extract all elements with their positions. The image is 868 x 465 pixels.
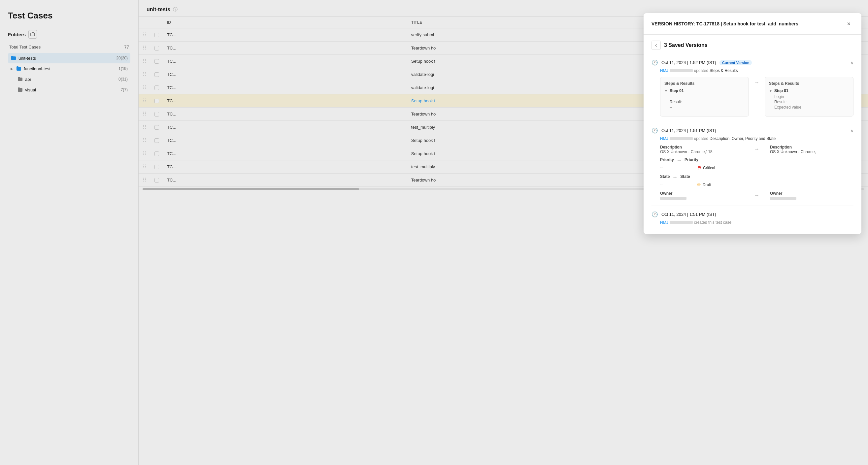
owner-label-right: Owner [770,191,854,196]
author-name-2: NMJ [660,136,668,141]
version-entry-2: 🕐 Oct 11, 2024 | 1:51 PM (IST) ∧ NMJ upd… [651,122,854,206]
result-value-right: Expected value [769,105,849,110]
owner-arrow: → [754,191,760,200]
diff-right-title: Steps & Results [769,81,849,86]
owner-new-value [770,196,854,200]
clock-icon-2: 🕐 [651,127,658,134]
updated-text-1: updated [694,68,708,73]
modal-body: ‹ 3 Saved Versions 🕐 Oct 11, 2024 | 1:52… [644,35,861,234]
description-left: Description OS X,Unknown - Chrome,118 [660,145,744,154]
chevron-down-icon: ▼ [664,89,668,93]
version-entry-1: 🕐 Oct 11, 2024 | 1:52 PM (IST) Current V… [651,54,854,122]
close-button[interactable]: × [844,19,854,28]
state-new-value: Draft [703,183,711,187]
author-name-1: NMJ [660,68,668,73]
state-old-value: -- [660,182,686,186]
priority-old-value: -- [660,165,686,169]
author-name-3: NMJ [660,220,668,225]
version-author-3: NMJ created this test case [660,220,854,225]
state-field-row: State → State [660,174,854,180]
step-value-right: Login [769,94,849,99]
owner-old-value [660,196,744,200]
modal-title: VERSION HISTORY: TC-177818 | Setup hook … [651,21,798,26]
collapse-button-2[interactable]: ∧ [850,128,854,133]
diff-right: Steps & Results ▼ Step 01 Login Result: … [765,77,854,117]
description-field-row: Description OS X,Unknown - Chrome,118 → … [660,145,854,154]
draft-icon: ✏ [697,182,701,188]
state-values: -- ✏ Draft [660,182,854,188]
state-label-left: State [660,174,670,179]
priority-label-left: Priority [660,157,674,162]
state-pair: State → State [660,174,690,180]
state-arrow: → [672,174,678,180]
clock-icon-1: 🕐 [651,59,658,66]
owner-label-left: Owner [660,191,744,196]
owner-old-blur [660,197,686,200]
author-blur-1 [670,69,693,72]
state-label-right: State [680,174,690,179]
version-count: 3 Saved Versions [664,42,708,48]
result-label-right: Result: [769,100,849,104]
created-text-3: created this test case [694,220,732,225]
description-arrow: → [754,145,760,154]
result-label-left: Result: [664,100,745,104]
diff-left: Steps & Results ▼ Step 01 -- Result: -- [660,77,749,117]
description-value-right: OS X,Unknown - Chrome, [770,150,854,154]
chevron-down-icon-r: ▼ [769,89,772,93]
updated-text-2: updated [694,136,708,141]
priority-field-row: Priority → Priority [660,157,854,163]
owner-new-blur [770,197,796,200]
version-author-1: NMJ updated Steps & Results [660,68,854,73]
priority-pair: Priority → Priority [660,157,699,163]
result-value-left: -- [664,105,745,110]
version-date-1: Oct 11, 2024 | 1:52 PM (IST) [661,60,716,65]
diff-arrow: → [754,77,760,117]
back-button[interactable]: ‹ [651,40,661,50]
clock-icon-3: 🕐 [651,211,658,217]
description-label-right: Description [770,145,854,150]
version-history-modal: VERSION HISTORY: TC-177818 | Setup hook … [644,13,861,234]
step-label-right: Step 01 [774,88,788,93]
description-label-left: Description [660,145,744,150]
priority-new-value: Critical [703,166,715,170]
collapse-button-1[interactable]: ∧ [850,60,854,65]
description-right: Description OS X,Unknown - Chrome, [770,145,854,154]
description-value-left: OS X,Unknown - Chrome,118 [660,150,744,154]
fields-changed-2: Description, Owner, Priority and State [710,136,776,141]
owner-right: Owner [770,191,854,200]
critical-icon: ⚑ [697,165,702,171]
fields-changed-1: Steps & Results [710,68,738,73]
version-nav: ‹ 3 Saved Versions [651,35,854,54]
step-label-left: Step 01 [670,88,684,93]
diff-left-title: Steps & Results [664,81,745,86]
version-date-3: Oct 11, 2024 | 1:51 PM (IST) [661,212,716,217]
diff-steps-results: Steps & Results ▼ Step 01 -- Result: -- … [660,77,854,117]
step-value-left: -- [664,94,745,99]
current-version-badge: Current Version [719,60,752,65]
modal-header: VERSION HISTORY: TC-177818 | Setup hook … [644,13,861,35]
priority-arrow: → [677,157,682,163]
priority-values: -- ⚑ Critical [660,165,854,171]
author-blur-2 [670,137,693,140]
priority-label-right: Priority [684,157,699,162]
version-author-2: NMJ updated Description, Owner, Priority… [660,136,854,141]
version-date-2: Oct 11, 2024 | 1:51 PM (IST) [661,128,716,133]
owner-left: Owner [660,191,744,200]
version-entry-3: 🕐 Oct 11, 2024 | 1:51 PM (IST) NMJ creat… [651,206,854,234]
author-blur-3 [670,221,693,224]
owner-field-row: Owner → Owner [660,191,854,200]
